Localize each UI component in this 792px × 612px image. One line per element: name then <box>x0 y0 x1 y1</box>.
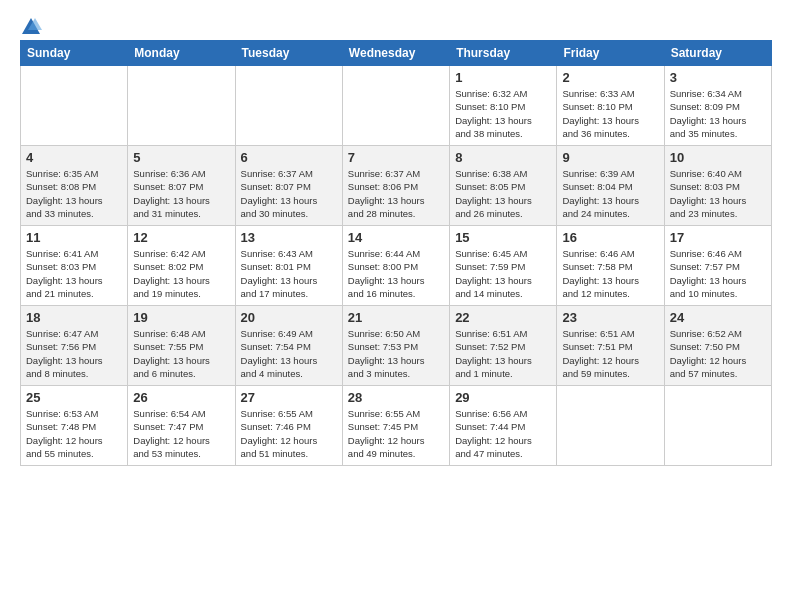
day-info: Sunrise: 6:32 AMSunset: 8:10 PMDaylight:… <box>455 87 551 140</box>
day-number: 28 <box>348 390 444 405</box>
day-info: Sunrise: 6:54 AMSunset: 7:47 PMDaylight:… <box>133 407 229 460</box>
day-info: Sunrise: 6:39 AMSunset: 8:04 PMDaylight:… <box>562 167 658 220</box>
day-number: 1 <box>455 70 551 85</box>
calendar-cell: 28Sunrise: 6:55 AMSunset: 7:45 PMDayligh… <box>342 386 449 466</box>
day-info: Sunrise: 6:49 AMSunset: 7:54 PMDaylight:… <box>241 327 337 380</box>
calendar-cell <box>235 66 342 146</box>
calendar-cell: 13Sunrise: 6:43 AMSunset: 8:01 PMDayligh… <box>235 226 342 306</box>
day-info: Sunrise: 6:34 AMSunset: 8:09 PMDaylight:… <box>670 87 766 140</box>
calendar-header-row: SundayMondayTuesdayWednesdayThursdayFrid… <box>21 41 772 66</box>
calendar-cell: 20Sunrise: 6:49 AMSunset: 7:54 PMDayligh… <box>235 306 342 386</box>
day-info: Sunrise: 6:38 AMSunset: 8:05 PMDaylight:… <box>455 167 551 220</box>
day-number: 8 <box>455 150 551 165</box>
calendar-cell: 7Sunrise: 6:37 AMSunset: 8:06 PMDaylight… <box>342 146 449 226</box>
day-info: Sunrise: 6:37 AMSunset: 8:07 PMDaylight:… <box>241 167 337 220</box>
calendar-cell: 15Sunrise: 6:45 AMSunset: 7:59 PMDayligh… <box>450 226 557 306</box>
day-info: Sunrise: 6:47 AMSunset: 7:56 PMDaylight:… <box>26 327 122 380</box>
calendar-cell: 25Sunrise: 6:53 AMSunset: 7:48 PMDayligh… <box>21 386 128 466</box>
day-number: 25 <box>26 390 122 405</box>
calendar-cell: 29Sunrise: 6:56 AMSunset: 7:44 PMDayligh… <box>450 386 557 466</box>
calendar-cell: 17Sunrise: 6:46 AMSunset: 7:57 PMDayligh… <box>664 226 771 306</box>
calendar-week-3: 11Sunrise: 6:41 AMSunset: 8:03 PMDayligh… <box>21 226 772 306</box>
calendar-cell <box>21 66 128 146</box>
calendar-header-friday: Friday <box>557 41 664 66</box>
calendar-cell: 8Sunrise: 6:38 AMSunset: 8:05 PMDaylight… <box>450 146 557 226</box>
day-info: Sunrise: 6:40 AMSunset: 8:03 PMDaylight:… <box>670 167 766 220</box>
calendar-week-4: 18Sunrise: 6:47 AMSunset: 7:56 PMDayligh… <box>21 306 772 386</box>
calendar-cell <box>342 66 449 146</box>
calendar-cell <box>128 66 235 146</box>
calendar-cell: 16Sunrise: 6:46 AMSunset: 7:58 PMDayligh… <box>557 226 664 306</box>
day-number: 14 <box>348 230 444 245</box>
calendar-cell: 5Sunrise: 6:36 AMSunset: 8:07 PMDaylight… <box>128 146 235 226</box>
calendar-cell: 24Sunrise: 6:52 AMSunset: 7:50 PMDayligh… <box>664 306 771 386</box>
header <box>20 16 772 34</box>
day-number: 24 <box>670 310 766 325</box>
calendar-cell: 22Sunrise: 6:51 AMSunset: 7:52 PMDayligh… <box>450 306 557 386</box>
calendar-cell: 11Sunrise: 6:41 AMSunset: 8:03 PMDayligh… <box>21 226 128 306</box>
day-number: 23 <box>562 310 658 325</box>
logo <box>20 16 42 34</box>
day-info: Sunrise: 6:43 AMSunset: 8:01 PMDaylight:… <box>241 247 337 300</box>
calendar-cell: 23Sunrise: 6:51 AMSunset: 7:51 PMDayligh… <box>557 306 664 386</box>
day-number: 15 <box>455 230 551 245</box>
calendar-week-1: 1Sunrise: 6:32 AMSunset: 8:10 PMDaylight… <box>21 66 772 146</box>
day-info: Sunrise: 6:51 AMSunset: 7:51 PMDaylight:… <box>562 327 658 380</box>
day-number: 29 <box>455 390 551 405</box>
day-number: 20 <box>241 310 337 325</box>
calendar-header-tuesday: Tuesday <box>235 41 342 66</box>
calendar-body: 1Sunrise: 6:32 AMSunset: 8:10 PMDaylight… <box>21 66 772 466</box>
calendar-week-2: 4Sunrise: 6:35 AMSunset: 8:08 PMDaylight… <box>21 146 772 226</box>
day-number: 9 <box>562 150 658 165</box>
day-number: 26 <box>133 390 229 405</box>
calendar-cell <box>664 386 771 466</box>
day-number: 10 <box>670 150 766 165</box>
calendar-header-saturday: Saturday <box>664 41 771 66</box>
calendar-cell: 21Sunrise: 6:50 AMSunset: 7:53 PMDayligh… <box>342 306 449 386</box>
day-info: Sunrise: 6:33 AMSunset: 8:10 PMDaylight:… <box>562 87 658 140</box>
day-info: Sunrise: 6:56 AMSunset: 7:44 PMDaylight:… <box>455 407 551 460</box>
day-number: 22 <box>455 310 551 325</box>
day-number: 4 <box>26 150 122 165</box>
day-info: Sunrise: 6:51 AMSunset: 7:52 PMDaylight:… <box>455 327 551 380</box>
day-info: Sunrise: 6:53 AMSunset: 7:48 PMDaylight:… <box>26 407 122 460</box>
day-info: Sunrise: 6:46 AMSunset: 7:57 PMDaylight:… <box>670 247 766 300</box>
day-info: Sunrise: 6:44 AMSunset: 8:00 PMDaylight:… <box>348 247 444 300</box>
day-number: 19 <box>133 310 229 325</box>
calendar-cell: 27Sunrise: 6:55 AMSunset: 7:46 PMDayligh… <box>235 386 342 466</box>
day-number: 16 <box>562 230 658 245</box>
day-number: 5 <box>133 150 229 165</box>
day-number: 13 <box>241 230 337 245</box>
calendar-cell: 26Sunrise: 6:54 AMSunset: 7:47 PMDayligh… <box>128 386 235 466</box>
day-info: Sunrise: 6:45 AMSunset: 7:59 PMDaylight:… <box>455 247 551 300</box>
day-info: Sunrise: 6:52 AMSunset: 7:50 PMDaylight:… <box>670 327 766 380</box>
calendar-cell <box>557 386 664 466</box>
calendar-table: SundayMondayTuesdayWednesdayThursdayFrid… <box>20 40 772 466</box>
calendar-cell: 10Sunrise: 6:40 AMSunset: 8:03 PMDayligh… <box>664 146 771 226</box>
day-number: 12 <box>133 230 229 245</box>
day-info: Sunrise: 6:46 AMSunset: 7:58 PMDaylight:… <box>562 247 658 300</box>
calendar-cell: 2Sunrise: 6:33 AMSunset: 8:10 PMDaylight… <box>557 66 664 146</box>
calendar-cell: 4Sunrise: 6:35 AMSunset: 8:08 PMDaylight… <box>21 146 128 226</box>
logo-icon <box>20 16 42 38</box>
day-info: Sunrise: 6:48 AMSunset: 7:55 PMDaylight:… <box>133 327 229 380</box>
day-info: Sunrise: 6:41 AMSunset: 8:03 PMDaylight:… <box>26 247 122 300</box>
day-info: Sunrise: 6:42 AMSunset: 8:02 PMDaylight:… <box>133 247 229 300</box>
calendar-week-5: 25Sunrise: 6:53 AMSunset: 7:48 PMDayligh… <box>21 386 772 466</box>
day-info: Sunrise: 6:37 AMSunset: 8:06 PMDaylight:… <box>348 167 444 220</box>
day-info: Sunrise: 6:36 AMSunset: 8:07 PMDaylight:… <box>133 167 229 220</box>
day-number: 11 <box>26 230 122 245</box>
calendar-cell: 12Sunrise: 6:42 AMSunset: 8:02 PMDayligh… <box>128 226 235 306</box>
day-info: Sunrise: 6:55 AMSunset: 7:45 PMDaylight:… <box>348 407 444 460</box>
day-info: Sunrise: 6:35 AMSunset: 8:08 PMDaylight:… <box>26 167 122 220</box>
day-number: 2 <box>562 70 658 85</box>
day-number: 27 <box>241 390 337 405</box>
day-number: 21 <box>348 310 444 325</box>
day-number: 7 <box>348 150 444 165</box>
calendar-cell: 9Sunrise: 6:39 AMSunset: 8:04 PMDaylight… <box>557 146 664 226</box>
calendar-cell: 14Sunrise: 6:44 AMSunset: 8:00 PMDayligh… <box>342 226 449 306</box>
day-number: 17 <box>670 230 766 245</box>
day-info: Sunrise: 6:50 AMSunset: 7:53 PMDaylight:… <box>348 327 444 380</box>
day-number: 6 <box>241 150 337 165</box>
calendar-header-sunday: Sunday <box>21 41 128 66</box>
